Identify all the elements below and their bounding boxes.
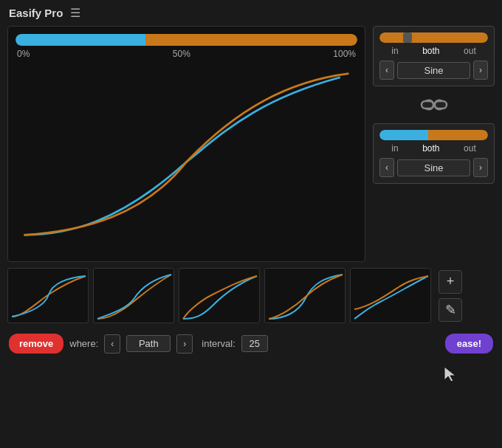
- cursor-indicator: [443, 365, 458, 386]
- preset-svg-3: [179, 269, 260, 323]
- top-tab-in[interactable]: in: [391, 46, 398, 56]
- bottom-tab-in[interactable]: in: [391, 143, 398, 154]
- top-next-btn[interactable]: ›: [473, 61, 488, 80]
- where-value: Path: [126, 335, 171, 352]
- add-preset-button[interactable]: +: [439, 270, 462, 294]
- svg-rect-0: [422, 101, 433, 108]
- preset-thumb-3[interactable]: [179, 268, 260, 323]
- header: Easify Pro ☰: [0, 0, 502, 26]
- top-ease-bar-fill: [379, 32, 488, 43]
- bottom-ease-bar: [379, 130, 488, 140]
- bottom-bar: remove where: ‹ Path › interval: 25 ease…: [0, 328, 502, 359]
- link-svg: [420, 95, 448, 114]
- bottom-next-btn[interactable]: ›: [473, 158, 488, 177]
- preset-thumb-5[interactable]: [350, 268, 431, 323]
- top-ease-bar-marker: [403, 32, 412, 43]
- cursor-svg: [443, 365, 458, 383]
- preset-svg-4: [265, 269, 345, 323]
- right-panel: in both out ‹ Sine ›: [373, 26, 495, 262]
- progress-bar[interactable]: [16, 34, 357, 46]
- bottom-ease-bar-blue: [379, 130, 428, 140]
- presets-actions: + ✎: [439, 270, 462, 322]
- ease-button[interactable]: ease!: [445, 334, 493, 354]
- ease-curve-graph: [16, 62, 357, 247]
- preset-svg-1: [8, 269, 89, 323]
- top-ease-control: ‹ Sine ›: [379, 61, 488, 80]
- progress-labels: 0% 50% 100%: [16, 49, 357, 59]
- where-label: where:: [69, 338, 98, 349]
- svg-rect-1: [435, 101, 447, 108]
- where-prev-btn[interactable]: ‹: [104, 334, 120, 354]
- app-title: Easify Pro: [9, 7, 63, 19]
- top-ease-name: Sine: [397, 62, 470, 79]
- remove-button[interactable]: remove: [9, 334, 63, 354]
- presets-area: + ✎: [0, 268, 502, 323]
- label-100: 100%: [333, 49, 356, 59]
- progress-bar-blue: [16, 34, 145, 46]
- progress-bar-orange: [145, 34, 357, 46]
- interval-label: interval:: [202, 338, 235, 349]
- preset-thumb-1[interactable]: [7, 268, 89, 323]
- link-icon[interactable]: [373, 92, 495, 117]
- top-ease-tabs: in both out: [379, 46, 488, 56]
- preset-thumb-4[interactable]: [264, 268, 345, 323]
- graph-panel: 0% 50% 100%: [7, 26, 365, 262]
- top-prev-btn[interactable]: ‹: [379, 61, 394, 80]
- label-0: 0%: [17, 49, 30, 59]
- top-tab-out[interactable]: out: [464, 46, 476, 56]
- preset-thumb-2[interactable]: [93, 268, 174, 323]
- bottom-tab-both[interactable]: both: [422, 143, 439, 154]
- top-tab-both[interactable]: both: [422, 46, 439, 56]
- bottom-prev-btn[interactable]: ‹: [379, 158, 394, 177]
- bottom-ease-name: Sine: [397, 159, 470, 176]
- svg-marker-2: [444, 367, 455, 382]
- bottom-ease-bar-orange: [428, 130, 488, 140]
- menu-icon[interactable]: ☰: [70, 6, 80, 20]
- top-ease-bar: [379, 32, 488, 43]
- label-50: 50%: [173, 49, 190, 59]
- top-ease-section: in both out ‹ Sine ›: [373, 26, 495, 86]
- interval-value: 25: [241, 335, 268, 352]
- preset-svg-5: [351, 269, 431, 323]
- bottom-ease-bar-fill: [379, 130, 488, 140]
- bottom-ease-tabs: in both out: [379, 143, 488, 154]
- where-next-btn[interactable]: ›: [176, 334, 193, 354]
- main-area: 0% 50% 100% in both out: [0, 26, 502, 262]
- preset-svg-2: [94, 269, 174, 323]
- edit-preset-button[interactable]: ✎: [439, 298, 462, 322]
- bottom-tab-out[interactable]: out: [464, 143, 476, 154]
- bottom-ease-control: ‹ Sine ›: [379, 158, 488, 177]
- bottom-ease-section: in both out ‹ Sine ›: [373, 123, 495, 184]
